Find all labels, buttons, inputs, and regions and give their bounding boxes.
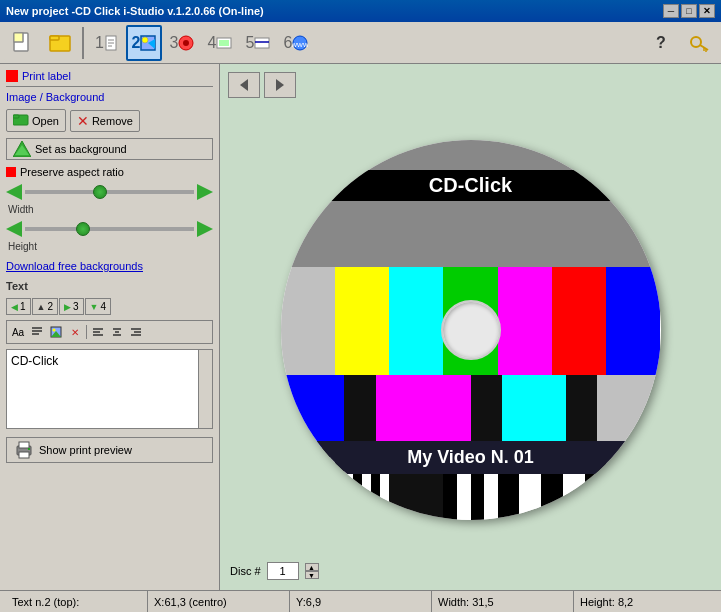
remove-button[interactable]: ✕ Remove [70, 110, 140, 132]
step2-icon [140, 35, 156, 51]
mid-blue [281, 375, 344, 447]
mid-silver [597, 375, 660, 447]
toolbar-btn-2[interactable]: 2 [126, 25, 162, 61]
height-right-arrow[interactable] [197, 221, 213, 237]
print-preview-button[interactable]: Show print preview [6, 437, 213, 463]
text-tabs: ◀ 1 ▲ 2 ▶ 3 ▼ 4 [6, 298, 213, 315]
spin-up-button[interactable]: ▲ [305, 563, 319, 571]
cd-disc: CD-Click My Video N. 01 [281, 140, 661, 520]
toolbar-btn-new[interactable] [4, 25, 40, 61]
width-right-arrow[interactable] [197, 184, 213, 200]
svg-marker-46 [240, 79, 248, 91]
back-arrow-icon [236, 77, 252, 93]
toolbar-btn-5[interactable]: 5 [240, 25, 276, 61]
preserve-aspect-row: Preserve aspect ratio [6, 166, 213, 178]
step1-detail-icon [105, 35, 117, 51]
printer-icon [15, 441, 33, 459]
title-bar: New project -CD Click i-Studio v.1.2.0.6… [0, 0, 721, 22]
text-tab-2[interactable]: ▲ 2 [32, 298, 58, 315]
spin-down-button[interactable]: ▼ [305, 571, 319, 579]
disc-number-input[interactable] [267, 562, 299, 580]
status-y-coord: Y:6,9 [290, 591, 432, 612]
text-tab-3[interactable]: ▶ 3 [59, 298, 84, 315]
cd-title-text: CD-Click [429, 174, 512, 196]
text-scrollbar[interactable] [198, 350, 212, 428]
text-editor[interactable]: CD-Click [7, 350, 212, 428]
cd-bottom-band: My Video N. 01 [300, 441, 642, 474]
step6-icon: www [292, 35, 308, 51]
bar-gray [281, 140, 335, 267]
cd-container: CD-Click My Video N. 01 [228, 106, 713, 554]
toolbar-btn-1[interactable]: 1 [88, 25, 124, 61]
width-slider[interactable] [25, 190, 194, 194]
align-center-button[interactable] [108, 323, 126, 341]
svg-point-19 [691, 37, 701, 47]
tab3-arrow: ▶ [64, 302, 71, 312]
toolbar-btn-6[interactable]: 6 www [278, 25, 314, 61]
text-tab-1[interactable]: ◀ 1 [6, 298, 31, 315]
back-button[interactable] [228, 72, 260, 98]
color-bar-silver [281, 267, 335, 376]
height-slider-row [6, 221, 213, 237]
toolbar-btn-key[interactable] [681, 25, 717, 61]
list-button[interactable] [28, 323, 46, 341]
width-left-arrow[interactable] [6, 184, 22, 200]
bar-gray3 [389, 140, 443, 267]
svg-point-12 [183, 40, 189, 46]
open-icon [13, 112, 29, 129]
tab1-left-arrow: ◀ [11, 302, 18, 312]
svg-rect-15 [255, 38, 269, 48]
step3-icon [178, 35, 194, 51]
main-area: Print label Image / Background Open ✕ Re… [0, 64, 721, 590]
mid-magenta [376, 375, 471, 447]
align-left-button[interactable] [89, 323, 107, 341]
svg-rect-43 [19, 442, 29, 448]
close-button[interactable]: ✕ [699, 4, 715, 18]
text-tab-4[interactable]: ▼ 4 [85, 298, 111, 315]
height-slider[interactable] [25, 227, 194, 231]
maximize-button[interactable]: □ [681, 4, 697, 18]
cd-hole [441, 300, 501, 360]
font-button[interactable]: Aa [9, 323, 27, 341]
color-bar-yellow [335, 267, 389, 376]
folder-open-icon [13, 112, 29, 126]
disc-number-row: Disc # ▲ ▼ [228, 560, 321, 582]
svg-point-9 [142, 37, 148, 43]
align-center-icon [111, 326, 123, 338]
svg-rect-14 [219, 40, 229, 46]
download-link[interactable]: Download free backgrounds [6, 260, 213, 272]
image-icon [50, 326, 62, 338]
preserve-indicator [6, 167, 16, 177]
step1-icon: 1 [95, 34, 104, 52]
toolbar-btn-help[interactable]: ? [643, 25, 679, 61]
open-button[interactable]: Open [6, 109, 66, 132]
svg-rect-3 [50, 36, 59, 40]
height-left-arrow[interactable] [6, 221, 22, 237]
list-icon [31, 326, 43, 338]
set-background-button[interactable]: Set as background [6, 138, 213, 160]
bar-gray5 [498, 140, 552, 267]
forward-button[interactable] [264, 72, 296, 98]
toolbar-btn-4[interactable]: 4 [202, 25, 238, 61]
minimize-button[interactable]: ─ [663, 4, 679, 18]
preview-area: CD-Click My Video N. 01 Disc # ▲ ▼ [220, 64, 721, 590]
svg-point-45 [28, 448, 30, 450]
print-label-text: Print label [22, 70, 71, 82]
top-color-bars [281, 140, 661, 267]
image-insert-button[interactable] [47, 323, 65, 341]
key-icon [688, 32, 710, 54]
color-bar-magenta [498, 267, 552, 376]
delete-text-button[interactable]: ✕ [66, 323, 84, 341]
disc-label: Disc # [230, 565, 261, 577]
disc-spinner: ▲ ▼ [305, 563, 319, 579]
toolbar-separator-1 [82, 27, 84, 59]
step6-label: 6 [284, 34, 293, 52]
step4-icon [216, 35, 232, 51]
toolbar-btn-3[interactable]: 3 [164, 25, 200, 61]
mid-black3 [566, 375, 598, 447]
mid-black2 [471, 375, 503, 447]
toolbar-btn-open[interactable] [42, 25, 78, 61]
align-right-button[interactable] [127, 323, 145, 341]
open-remove-row: Open ✕ Remove [6, 109, 213, 132]
status-bar: Text n.2 (top): X:61,3 (centro) Y:6,9 Wi… [0, 590, 721, 612]
